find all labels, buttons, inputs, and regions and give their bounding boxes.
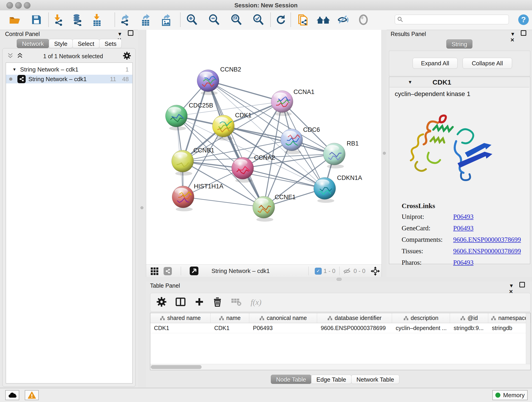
network-node-CCNE1[interactable]: CCNE1: [253, 194, 296, 222]
crosslink-value-link[interactable]: P06493: [453, 213, 474, 220]
expand-all-networks-icon[interactable]: [17, 52, 23, 60]
open-in-new-window-icon[interactable]: [190, 267, 198, 275]
close-panel-icon[interactable]: ✕: [510, 37, 514, 43]
eye-hidden-icon[interactable]: [337, 13, 349, 26]
open-session-icon[interactable]: [8, 13, 20, 26]
tab-sets[interactable]: Sets: [99, 39, 122, 48]
network-collection-row[interactable]: ▼ String Network – cdk1 1: [6, 65, 133, 74]
collapse-arrow-icon[interactable]: ▼: [12, 67, 17, 72]
right-splitter[interactable]: [382, 30, 387, 277]
crosslink-value-link[interactable]: P06493: [453, 224, 474, 232]
panel-menu-icon[interactable]: ▼: [117, 31, 122, 37]
crosslink-value-link[interactable]: P06493: [453, 259, 474, 266]
network-edge[interactable]: [243, 168, 325, 188]
center-view-icon[interactable]: [370, 266, 380, 277]
warning-button[interactable]: [25, 390, 39, 400]
collapse-entry-icon[interactable]: ▼: [408, 80, 412, 85]
home-icon[interactable]: [316, 13, 328, 26]
hidden-eye-icon[interactable]: [343, 268, 351, 275]
tab-network-table[interactable]: Network Table: [351, 375, 399, 384]
memory-button[interactable]: Memory: [492, 390, 528, 400]
split-columns-icon[interactable]: [176, 297, 186, 307]
tab-select[interactable]: Select: [72, 39, 99, 48]
left-splitter[interactable]: [138, 30, 146, 388]
tab-edge-table[interactable]: Edge Table: [311, 375, 351, 384]
delete-table-icon[interactable]: [231, 297, 241, 307]
network-node-CDC6[interactable]: CDC6: [281, 126, 320, 154]
save-session-icon[interactable]: [30, 13, 42, 26]
column-header-databaseidentifier[interactable]: database identifier: [317, 313, 392, 323]
help-icon[interactable]: ?: [518, 14, 530, 26]
table-cell[interactable]: CDK1: [210, 323, 249, 333]
column-header-name[interactable]: name: [210, 313, 249, 323]
network-edge[interactable]: [183, 197, 264, 207]
search-input[interactable]: [405, 16, 506, 23]
clone-document-icon[interactable]: [297, 13, 309, 26]
collapse-all-networks-icon[interactable]: [7, 52, 13, 60]
crosslink-value-link[interactable]: 9606.ENSP00000378699: [453, 236, 521, 243]
tab-node-table[interactable]: Node Table: [271, 375, 311, 384]
expand-all-button[interactable]: Expand All: [413, 58, 457, 69]
column-header-namespace[interactable]: namespace: [488, 313, 531, 323]
collapse-all-button[interactable]: Collapse All: [462, 58, 512, 69]
import-database-icon[interactable]: [71, 13, 83, 26]
column-header-canonicalname[interactable]: canonical name: [249, 313, 317, 323]
network-node-RB1[interactable]: RB1: [323, 140, 359, 168]
table-cell[interactable]: 9606.ENSP00000378699: [317, 323, 392, 333]
birds-eye-grid-icon[interactable]: [150, 267, 158, 276]
network-selected-status: 1 of 1 Network selected: [23, 53, 123, 60]
export-table-icon[interactable]: [140, 13, 152, 26]
table-row[interactable]: CDK1CDK1P064939606.ENSP00000378699cyclin…: [150, 323, 530, 333]
tab-network[interactable]: Network: [17, 39, 49, 48]
export-network-icon[interactable]: [120, 13, 132, 26]
eye-gray-icon[interactable]: [358, 13, 370, 26]
node-entry-header[interactable]: ▼ CDK1: [389, 77, 529, 87]
crosslink-value-link[interactable]: 9606.ENSP00000378699: [453, 247, 521, 255]
column-header-description[interactable]: description: [392, 313, 450, 323]
table-cell[interactable]: stringdb: [488, 323, 531, 333]
node-label: CCNE1: [275, 194, 296, 201]
scrollbar-thumb[interactable]: [151, 365, 202, 369]
table-horizontal-scrollbar[interactable]: [150, 364, 530, 370]
import-table-icon[interactable]: [92, 13, 104, 26]
network-node-HIST1H1A[interactable]: HIST1H1A: [172, 183, 223, 211]
table-settings-gear-icon[interactable]: [157, 297, 166, 307]
table-cell[interactable]: P06493: [249, 323, 317, 333]
horizontal-splitter-grip[interactable]: [336, 278, 342, 281]
tab-style[interactable]: Style: [49, 39, 73, 48]
horizontal-splitter[interactable]: [146, 277, 532, 281]
zoom-in-icon[interactable]: [186, 13, 198, 26]
export-image-icon[interactable]: [161, 13, 172, 26]
column-header-id[interactable]: @id: [450, 313, 488, 323]
tab-string[interactable]: String: [446, 39, 472, 49]
search-field[interactable]: [395, 15, 509, 24]
panel-menu-icon[interactable]: ▼: [509, 283, 514, 288]
right-splitter-grip[interactable]: [383, 152, 386, 155]
network-view[interactable]: CCNB2CCNA1CDC25BCDK1CDC6RB1CCNB1CCNA2CDK…: [146, 30, 382, 277]
float-panel-icon[interactable]: [128, 30, 133, 36]
table-vertical-scrollbar[interactable]: [526, 313, 530, 365]
network-options-gear-icon[interactable]: [123, 52, 131, 61]
table-cell[interactable]: CDK1: [150, 323, 210, 333]
float-panel-icon[interactable]: [521, 30, 526, 36]
left-splitter-grip[interactable]: [140, 206, 143, 209]
cloud-button[interactable]: [5, 390, 19, 400]
panel-menu-icon[interactable]: ▼: [510, 31, 515, 37]
table-cell[interactable]: cyclin–dependent ...: [392, 323, 450, 333]
import-network-icon[interactable]: [53, 13, 65, 26]
selected-checkbox-icon[interactable]: ✓: [315, 268, 322, 274]
float-panel-icon[interactable]: [519, 282, 525, 287]
network-share-icon[interactable]: [164, 267, 172, 275]
network-node-CDKN1A[interactable]: CDKN1A: [314, 174, 362, 203]
zoom-fit-icon[interactable]: [230, 13, 242, 26]
delete-column-icon[interactable]: [213, 297, 222, 307]
function-builder-icon[interactable]: f(x): [251, 298, 261, 307]
network-canvas[interactable]: CCNB2CCNA1CDC25BCDK1CDC6RB1CCNB1CCNA2CDK…: [146, 30, 381, 264]
column-header-sharedname[interactable]: shared name: [150, 313, 210, 323]
zoom-out-icon[interactable]: [208, 13, 220, 26]
table-cell[interactable]: stringdb:9...: [450, 323, 488, 333]
refresh-icon[interactable]: [275, 13, 287, 26]
zoom-selected-icon[interactable]: [253, 13, 264, 26]
add-column-icon[interactable]: [195, 297, 204, 307]
network-row-selected[interactable]: String Network – cdk1 11 48: [6, 75, 133, 83]
